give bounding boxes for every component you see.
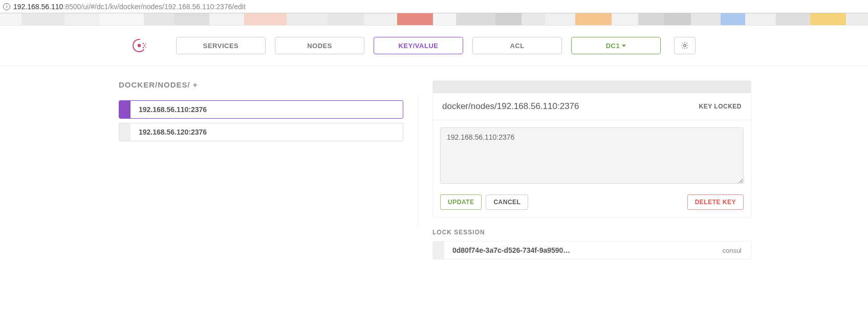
kv-list-item[interactable]: 192.168.56.110:2376 — [119, 100, 403, 119]
svg-point-3 — [144, 45, 145, 47]
kv-item-label: 192.168.56.120:2376 — [131, 128, 207, 136]
breadcrumb-seg-nodes[interactable]: NODES/ — [158, 80, 190, 89]
nav-key-value[interactable]: KEY/VALUE — [374, 37, 463, 54]
kv-item-accent — [119, 123, 131, 141]
lock-session-accent — [433, 242, 444, 259]
svg-point-6 — [145, 47, 146, 48]
kv-editor-panel: docker/nodes/192.168.56.110:2376 KEY LOC… — [432, 80, 751, 217]
kv-item-label: 192.168.56.110:2376 — [131, 105, 207, 114]
delete-key-button[interactable]: DELETE KEY — [687, 194, 744, 210]
vertical-divider — [418, 95, 418, 228]
kv-list-item[interactable]: 192.168.56.120:2376 — [119, 123, 403, 141]
lock-session-node: consul — [722, 247, 751, 254]
breadcrumb: DOCKER/NODES/ + — [119, 80, 403, 89]
lock-session-row[interactable]: 0d80f74e-3a7c-d526-734f-9a9590… consul — [432, 241, 751, 259]
info-icon: i — [3, 3, 10, 10]
lock-session-heading: LOCK SESSION — [432, 229, 751, 236]
kv-item-accent — [119, 101, 131, 118]
svg-point-5 — [145, 43, 146, 45]
svg-point-4 — [143, 47, 144, 49]
main-content: DOCKER/NODES/ + 192.168.56.110:2376192.1… — [117, 66, 751, 259]
lock-session-section: LOCK SESSION 0d80f74e-3a7c-d526-734f-9a9… — [432, 229, 751, 259]
nav-datacenter-select[interactable]: DC1 — [571, 37, 661, 54]
svg-point-2 — [143, 43, 144, 45]
kv-value-textarea[interactable] — [440, 127, 744, 184]
lock-session-id: 0d80f74e-3a7c-d526-734f-9a9590… — [444, 246, 722, 254]
key-locked-label: KEY LOCKED — [699, 103, 742, 110]
cancel-button[interactable]: CANCEL — [486, 194, 528, 210]
svg-point-1 — [138, 44, 141, 47]
consul-logo-icon — [132, 38, 146, 53]
nav-acl[interactable]: ACL — [472, 37, 562, 54]
browser-url-bar[interactable]: i 192.168.56.110:8500/ui/#/dc1/kv/docker… — [0, 0, 868, 13]
browser-bookmark-bar — [0, 13, 868, 26]
gear-icon — [681, 41, 689, 50]
editor-header-bar — [433, 81, 751, 93]
nav-services[interactable]: SERVICES — [176, 37, 266, 54]
breadcrumb-new-key[interactable]: + — [190, 80, 198, 89]
chevron-down-icon — [622, 45, 626, 47]
update-button[interactable]: UPDATE — [440, 194, 482, 210]
breadcrumb-seg-docker[interactable]: DOCKER/ — [119, 80, 158, 89]
kv-key-list: 192.168.56.110:2376192.168.56.120:2376 — [119, 100, 403, 141]
editor-key-path: docker/nodes/192.168.56.110:2376 — [442, 101, 579, 112]
settings-button[interactable] — [674, 37, 696, 54]
nav-nodes[interactable]: NODES — [275, 37, 364, 54]
top-navigation: SERVICES NODES KEY/VALUE ACL DC1 — [0, 26, 868, 66]
url-text: 192.168.56.110:8500/ui/#/dc1/kv/docker/n… — [13, 3, 246, 11]
